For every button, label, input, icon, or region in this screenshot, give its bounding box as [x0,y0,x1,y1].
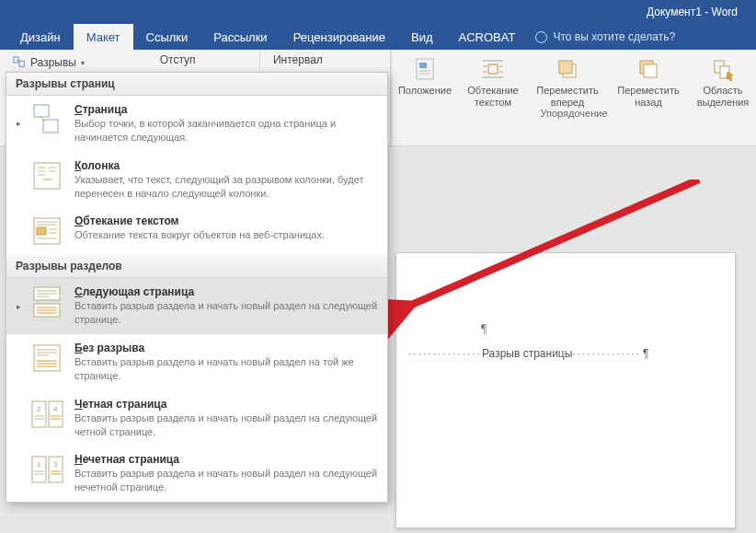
item-desc: Вставить разрыв раздела и начать новый р… [74,411,378,439]
svg-rect-29 [37,227,46,235]
title-bar: Документ1 - Word [0,0,756,24]
breaks-dropdown: Разрывы страниц ▸ Страница Выбор точки, … [6,72,388,503]
backward-icon [633,53,664,85]
svg-rect-3 [419,63,427,68]
even-page-icon: 24 [30,398,65,431]
breaks-icon [13,56,26,69]
position-label: Положение [398,85,452,97]
tab-view[interactable]: Вид [398,24,446,50]
position-icon [409,53,441,85]
chevron-icon: ▸ [16,285,21,327]
svg-rect-2 [417,59,433,79]
item-desc: Выбор точки, в которой заканчивается одн… [74,117,378,145]
svg-rect-20 [34,105,49,117]
chevron-icon: ▸ [16,103,21,145]
pilcrow-mark: ¶ [481,322,487,337]
wrap-button[interactable]: Обтекание текстом [464,53,522,108]
forward-icon [552,53,583,85]
window-title: Документ1 - Word [647,6,738,18]
svg-rect-6 [488,64,498,74]
menu-item-next-page[interactable]: ▸ Следующая страница Вставить разрыв раз… [6,278,387,334]
indent-label: Отступ [160,53,246,66]
dots-left: ··············· [408,347,482,360]
menu-item-page-break[interactable]: ▸ Страница Выбор точки, в которой заканч… [6,96,387,152]
arrange-group-label: Упорядочение [395,108,752,121]
item-title: Без разрыва [74,342,378,354]
svg-rect-22 [34,163,60,189]
dots-right: ·············· [572,347,641,360]
arrange-group: Положение Обтекание текстом Переместить … [391,50,756,145]
item-title: Колонка [74,159,378,172]
page-break-marker: ··············· Разрыв страницы ········… [408,347,648,360]
dropdown-header-page-breaks: Разрывы страниц [6,73,387,96]
item-title: Страница [74,103,378,116]
spacing-label: Интервал [273,53,377,66]
page-break-icon [30,103,65,136]
svg-text:2: 2 [37,405,41,413]
svg-rect-16 [644,64,657,77]
tab-review[interactable]: Рецензирование [281,24,398,50]
tell-me-label: Что вы хотите сделать? [553,30,675,43]
bring-forward-button[interactable]: Переместить вперед [532,53,603,108]
item-desc: Вставить разрыв раздела и начать новый р… [74,299,378,327]
selection-pane-button[interactable]: Область выделения [693,53,752,108]
tab-layout[interactable]: Макет [74,24,133,50]
continuous-icon [30,342,65,375]
backward-label: Переместить назад [613,85,684,108]
svg-text:1: 1 [37,460,41,469]
ribbon-tabs: Дизайн Макет Ссылки Рассылки Рецензирова… [0,24,756,50]
svg-text:4: 4 [53,405,58,413]
tab-references[interactable]: Ссылки [133,24,201,50]
wrap-icon [477,53,509,85]
tell-me[interactable]: Что вы хотите сделать? [528,24,682,50]
item-desc: Вставить разрыв раздела и начать новый р… [74,355,378,383]
odd-page-icon: 13 [30,453,65,486]
selection-label: Область выделения [693,85,752,108]
svg-rect-14 [559,61,572,74]
tab-mailings[interactable]: Рассылки [200,24,280,50]
svg-rect-21 [43,120,58,133]
svg-rect-1 [19,61,24,66]
text-wrap-break-icon [30,214,65,248]
selection-icon [707,53,739,85]
item-desc: Вставить разрыв раздела и начать новый р… [74,467,378,494]
item-title: Нечетная страница [74,453,378,466]
send-backward-button[interactable]: Переместить назад [613,53,684,108]
menu-item-column-break[interactable]: Колонка Указывает, что текст, следующий … [6,152,387,208]
menu-item-text-wrapping-break[interactable]: Обтекание текстом Обтекание текста вокру… [6,207,387,255]
column-break-icon [30,159,65,192]
menu-item-continuous[interactable]: Без разрыва Вставить разрыв раздела и на… [6,334,387,390]
next-page-icon [30,285,65,319]
item-desc: Указывает, что текст, следующий за разры… [74,173,378,201]
lightbulb-icon [535,31,547,43]
chevron-down-icon: ▾ [81,59,85,67]
tab-acrobat[interactable]: ACROBAT [446,24,529,50]
wrap-label: Обтекание текстом [464,85,522,108]
page[interactable]: ¶ ··············· Разрыв страницы ······… [395,252,736,528]
position-button[interactable]: Положение [395,53,454,108]
break-label: Разрыв страницы [482,347,572,360]
item-title: Следующая страница [74,285,378,298]
item-title: Обтекание текстом [74,214,378,227]
item-title: Четная страница [74,398,378,411]
dropdown-header-section-breaks: Разрывы разделов [6,255,387,278]
pilcrow-mark-2: ¶ [643,347,648,360]
breaks-label: Разрывы [30,56,76,69]
svg-text:3: 3 [53,460,58,469]
menu-item-odd-page[interactable]: 13 Нечетная страница Вставить разрыв раз… [6,446,387,502]
item-desc: Обтекание текста вокруг объектов на веб-… [74,228,378,242]
breaks-button[interactable]: Разрывы ▾ [8,53,89,72]
svg-rect-43 [34,345,60,371]
tab-design[interactable]: Дизайн [7,24,74,50]
menu-item-even-page[interactable]: 24 Четная страница Вставить разрыв разде… [6,390,387,446]
forward-label: Переместить вперед [532,85,603,108]
